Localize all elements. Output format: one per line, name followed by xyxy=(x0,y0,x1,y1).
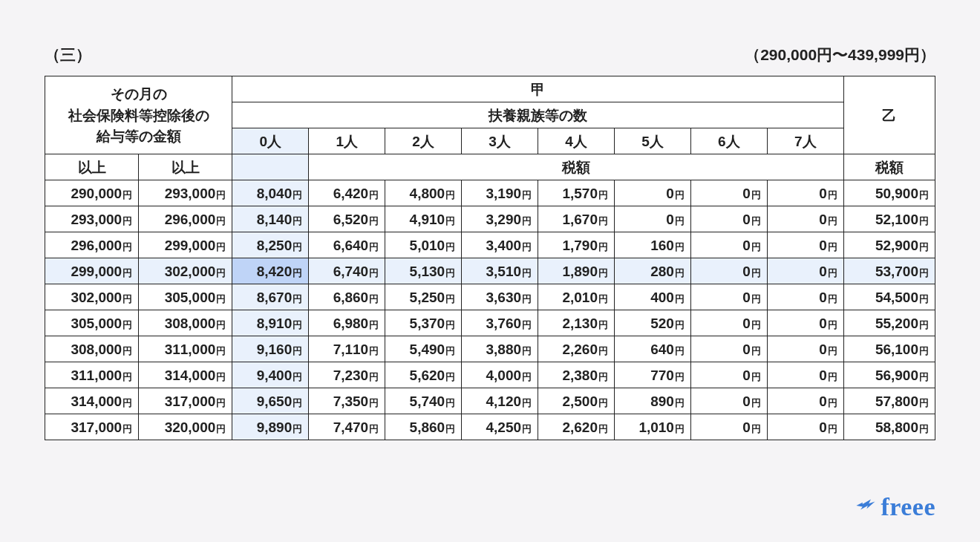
table-cell: 3,510円 xyxy=(462,258,538,284)
yen-suffix: 円 xyxy=(293,371,302,382)
table-row: 308,000円311,000円9,160円7,110円5,490円3,880円… xyxy=(45,336,935,362)
table-cell: 7,110円 xyxy=(309,336,385,362)
yen-suffix: 円 xyxy=(675,293,685,304)
table-cell: 3,630円 xyxy=(462,284,538,310)
table-cell: 0円 xyxy=(767,258,843,284)
table-cell: 0円 xyxy=(767,232,843,258)
table-cell: 0円 xyxy=(690,180,767,206)
yen-suffix: 円 xyxy=(598,215,608,226)
yen-suffix: 円 xyxy=(675,189,685,200)
table-cell: 53,700円 xyxy=(843,258,935,284)
table-cell: 0円 xyxy=(767,180,843,206)
table-cell: 308,000円 xyxy=(45,336,139,362)
table-row: 299,000円302,000円8,420円6,740円5,130円3,510円… xyxy=(45,258,935,284)
table-cell: 7,350円 xyxy=(309,388,385,414)
table-cell: 2,260円 xyxy=(538,336,615,362)
yen-suffix: 円 xyxy=(522,345,532,356)
yen-suffix: 円 xyxy=(751,293,761,304)
yen-suffix: 円 xyxy=(122,345,132,356)
col-ijou-left: 以上 xyxy=(45,154,139,180)
table-row: 305,000円308,000円8,910円6,980円5,370円3,760円… xyxy=(45,310,935,336)
yen-suffix: 円 xyxy=(675,241,685,252)
yen-suffix: 円 xyxy=(751,241,761,252)
yen-suffix: 円 xyxy=(445,189,455,200)
tax-label-otsu: 税額 xyxy=(843,154,935,180)
dep-col-4: 4人 xyxy=(538,128,615,154)
table-cell: 6,860円 xyxy=(309,284,385,310)
table-cell: 5,860円 xyxy=(385,414,462,440)
table-cell: 9,890円 xyxy=(232,414,309,440)
yen-suffix: 円 xyxy=(919,423,929,434)
yen-suffix: 円 xyxy=(522,397,532,408)
page: （三） （290,000円〜439,999円） その月の社会保険料等控除後の給与… xyxy=(0,0,980,542)
table-row: 290,000円293,000円8,040円6,420円4,800円3,190円… xyxy=(45,180,935,206)
yen-suffix: 円 xyxy=(122,189,132,200)
table-cell: 52,900円 xyxy=(843,232,935,258)
yen-suffix: 円 xyxy=(445,319,455,330)
yen-suffix: 円 xyxy=(751,189,761,200)
table-cell: 0円 xyxy=(690,284,767,310)
table-cell: 4,000円 xyxy=(462,362,538,388)
yen-suffix: 円 xyxy=(369,319,379,330)
table-cell: 0円 xyxy=(767,336,843,362)
yen-suffix: 円 xyxy=(751,215,761,226)
yen-suffix: 円 xyxy=(445,293,455,304)
freee-logo: freee xyxy=(855,493,935,521)
yen-suffix: 円 xyxy=(216,293,226,304)
yen-suffix: 円 xyxy=(828,423,837,434)
table-cell: 0円 xyxy=(767,362,843,388)
yen-suffix: 円 xyxy=(828,215,837,226)
table-head: その月の社会保険料等控除後の給与等の金額 甲 乙 扶養親族等の数 0人1人2人3… xyxy=(45,76,935,180)
table-cell: 6,980円 xyxy=(309,310,385,336)
yen-suffix: 円 xyxy=(122,397,132,408)
table-row: 296,000円299,000円8,250円6,640円5,010円3,400円… xyxy=(45,232,935,258)
table-cell: 640円 xyxy=(615,336,691,362)
table-cell: 58,800円 xyxy=(843,414,935,440)
table-row: 317,000円320,000円9,890円7,470円5,860円4,250円… xyxy=(45,414,935,440)
table-cell: 1,670円 xyxy=(538,206,615,232)
yen-suffix: 円 xyxy=(828,241,837,252)
table-cell: 314,000円 xyxy=(45,388,139,414)
table-cell: 280円 xyxy=(615,258,691,284)
table-cell: 56,100円 xyxy=(843,336,935,362)
table-cell: 2,620円 xyxy=(538,414,615,440)
table-cell: 0円 xyxy=(767,388,843,414)
table-cell: 5,250円 xyxy=(385,284,462,310)
table-cell: 1,570円 xyxy=(538,180,615,206)
table-cell: 1,790円 xyxy=(538,232,615,258)
table-cell: 305,000円 xyxy=(45,310,139,336)
dep-col-5: 5人 xyxy=(615,128,691,154)
yen-suffix: 円 xyxy=(216,371,226,382)
yen-suffix: 円 xyxy=(598,293,608,304)
dep-col-0: 0人 xyxy=(232,128,309,154)
tax-label: 税額 xyxy=(309,154,844,180)
table-cell: 293,000円 xyxy=(45,206,139,232)
yen-suffix: 円 xyxy=(445,267,455,278)
yen-suffix: 円 xyxy=(293,215,302,226)
yen-suffix: 円 xyxy=(216,319,226,330)
yen-suffix: 円 xyxy=(445,241,455,252)
yen-suffix: 円 xyxy=(828,267,837,278)
table-cell: 0円 xyxy=(767,206,843,232)
table-cell: 4,250円 xyxy=(462,414,538,440)
table-cell: 3,880円 xyxy=(462,336,538,362)
bird-icon xyxy=(855,497,876,517)
table-cell: 8,250円 xyxy=(232,232,309,258)
dep-col-3: 3人 xyxy=(462,128,538,154)
table-cell: 302,000円 xyxy=(45,284,139,310)
table-cell: 9,650円 xyxy=(232,388,309,414)
table-cell: 4,800円 xyxy=(385,180,462,206)
table-cell: 3,400円 xyxy=(462,232,538,258)
yen-suffix: 円 xyxy=(598,189,608,200)
table-cell: 302,000円 xyxy=(139,258,232,284)
table-cell: 299,000円 xyxy=(45,258,139,284)
yen-suffix: 円 xyxy=(445,423,455,434)
table-cell: 5,010円 xyxy=(385,232,462,258)
table-cell: 5,490円 xyxy=(385,336,462,362)
yen-suffix: 円 xyxy=(122,293,132,304)
dep-col-2: 2人 xyxy=(385,128,462,154)
yen-suffix: 円 xyxy=(828,397,837,408)
yen-suffix: 円 xyxy=(598,319,608,330)
dep-col-6: 6人 xyxy=(690,128,767,154)
table-cell: 6,640円 xyxy=(309,232,385,258)
